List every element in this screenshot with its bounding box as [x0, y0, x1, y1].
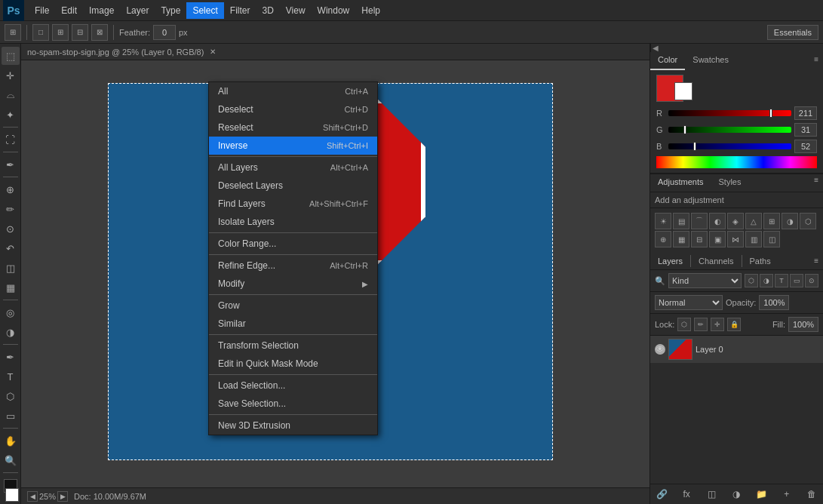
menu-item-modify[interactable]: Modify ▶ [209, 275, 377, 293]
g-value[interactable]: 31 [794, 123, 817, 137]
tab-paths[interactable]: Paths [742, 254, 778, 269]
link-layers-btn[interactable]: 🔗 [655, 487, 668, 501]
lock-image-btn[interactable]: ✏ [694, 318, 708, 331]
r-slider-thumb[interactable] [769, 109, 772, 118]
blend-mode-select[interactable]: Normal [655, 295, 723, 310]
menu-item-transform-selection[interactable]: Transform Selection [209, 337, 377, 355]
opacity-input[interactable]: 100% [759, 295, 789, 310]
menu-layer[interactable]: Layer [120, 2, 155, 19]
filter-adj-icon[interactable]: ◑ [760, 274, 773, 287]
feather-input[interactable] [153, 25, 176, 40]
tool-pen[interactable]: ✒ [2, 348, 20, 366]
essentials-btn[interactable]: Essentials [767, 25, 818, 40]
menu-item-color-range[interactable]: Color Range... [209, 235, 377, 253]
adj-threshold[interactable]: ⋈ [727, 231, 744, 247]
tool-heal[interactable]: ⊕ [2, 180, 20, 198]
menu-item-refine-edge[interactable]: Refine Edge... Alt+Ctrl+R [209, 257, 377, 275]
menu-image[interactable]: Image [83, 2, 120, 19]
filter-shape-icon[interactable]: ▭ [790, 274, 803, 287]
g-slider-thumb[interactable] [683, 125, 686, 134]
tool-magic-wand[interactable]: ✦ [2, 106, 20, 124]
adj-colorbalance[interactable]: ⊞ [763, 213, 780, 229]
tool-marquee[interactable]: ⬚ [2, 47, 20, 65]
tool-dodge[interactable]: ◑ [2, 323, 20, 341]
adj-color-lookup[interactable]: ▦ [673, 231, 689, 247]
adj-gradient-map[interactable]: ▥ [745, 231, 762, 247]
tool-eraser[interactable]: ◫ [2, 259, 20, 277]
tool-path[interactable]: ⬡ [2, 387, 20, 405]
tool-stamp[interactable]: ⊙ [2, 220, 20, 238]
tool-move[interactable]: ✛ [2, 66, 20, 85]
b-slider-thumb[interactable] [693, 142, 696, 151]
adj-channel-mixer[interactable]: ⊕ [655, 231, 671, 247]
filter-kind-select[interactable]: Kind [668, 273, 742, 288]
layers-panel-menu[interactable]: ≡ [809, 255, 823, 266]
color-spectrum[interactable] [656, 156, 817, 168]
menu-item-deselect[interactable]: Deselect Ctrl+D [209, 100, 377, 118]
lock-all-btn[interactable]: 🔒 [727, 318, 741, 331]
menu-window[interactable]: Window [312, 2, 356, 19]
menu-type[interactable]: Type [155, 2, 186, 19]
tool-shape[interactable]: ▭ [2, 407, 20, 425]
menu-item-inverse[interactable]: Inverse Shift+Ctrl+I [209, 137, 377, 155]
tool-gradient[interactable]: ▦ [2, 278, 20, 297]
adj-selective-color[interactable]: ◫ [763, 231, 780, 247]
menu-edit[interactable]: Edit [55, 2, 83, 19]
menu-item-save-selection[interactable]: Save Selection... [209, 395, 377, 413]
tool-type[interactable]: T [2, 367, 20, 386]
filter-smart-icon[interactable]: ⊙ [805, 274, 818, 287]
tab-swatches[interactable]: Swatches [685, 52, 736, 70]
menu-item-all-layers[interactable]: All Layers Alt+Ctrl+A [209, 158, 377, 177]
tool-lasso[interactable]: ⌓ [2, 86, 20, 104]
adj-levels[interactable]: ▤ [673, 213, 689, 229]
canvas-content[interactable]: M All Ctrl+A Deselect Ctrl+D Reselect S [21, 60, 649, 487]
r-value[interactable]: 211 [794, 106, 817, 120]
menu-item-find-layers[interactable]: Find Layers Alt+Shift+Ctrl+F [209, 195, 377, 213]
menu-item-all[interactable]: All Ctrl+A [209, 82, 377, 100]
adj-invert[interactable]: ⊟ [691, 231, 708, 247]
adj-panel-menu[interactable]: ≡ [809, 174, 823, 192]
zoom-out-btn[interactable]: ◀ [27, 491, 38, 502]
menu-item-isolate-layers[interactable]: Isolate Layers [209, 213, 377, 231]
adj-curves[interactable]: ⌒ [691, 213, 708, 229]
tab-color[interactable]: Color [650, 52, 685, 70]
tool-preset-btn[interactable]: ⊞ [5, 24, 21, 41]
intersect-sel-btn[interactable]: ⊠ [91, 24, 108, 41]
filter-type-icon[interactable]: T [775, 274, 788, 287]
tool-crop[interactable]: ⛶ [2, 131, 20, 149]
menu-help[interactable]: Help [355, 2, 386, 19]
menu-select[interactable]: Select [186, 2, 223, 19]
fill-input[interactable]: 100% [788, 317, 818, 332]
menu-item-new-3d[interactable]: New 3D Extrusion [209, 416, 377, 435]
menu-view[interactable]: View [280, 2, 312, 19]
b-value[interactable]: 52 [794, 140, 817, 153]
tab-adjustments[interactable]: Adjustments [650, 174, 711, 192]
adj-bw[interactable]: ◑ [782, 213, 798, 229]
lock-transparent-btn[interactable]: ⬡ [677, 318, 691, 331]
tool-eyedropper[interactable]: ✒ [2, 155, 20, 174]
background-color[interactable] [5, 488, 19, 502]
adj-hsl[interactable]: △ [745, 213, 762, 229]
sub-sel-btn[interactable]: ⊟ [72, 24, 88, 41]
tool-blur[interactable]: ◎ [2, 303, 20, 321]
menu-item-deselect-layers[interactable]: Deselect Layers [209, 177, 377, 195]
menu-item-reselect[interactable]: Reselect Shift+Ctrl+D [209, 118, 377, 137]
panel-collapse-btn[interactable]: ◀ [650, 44, 659, 52]
lock-position-btn[interactable]: ✛ [711, 318, 724, 331]
adj-photo[interactable]: ⬡ [800, 213, 816, 229]
background-swatch[interactable] [674, 82, 692, 100]
tab-channels[interactable]: Channels [691, 254, 741, 269]
tab-styles[interactable]: Styles [711, 174, 749, 192]
layer-row[interactable]: 👁 Layer 0 [650, 336, 823, 363]
new-group-btn[interactable]: 📁 [755, 487, 769, 501]
menu-item-quick-mask[interactable]: Edit in Quick Mask Mode [209, 355, 377, 373]
menu-item-similar[interactable]: Similar [209, 315, 377, 333]
adj-vibrance[interactable]: ◈ [727, 213, 744, 229]
new-sel-btn[interactable]: □ [32, 24, 49, 41]
zoom-in-btn[interactable]: ▶ [57, 491, 68, 502]
new-fill-adj-btn[interactable]: ◑ [729, 487, 743, 501]
add-mask-btn[interactable]: ◫ [705, 487, 718, 501]
tool-hand[interactable]: ✋ [2, 432, 20, 450]
adj-exposure[interactable]: ◐ [709, 213, 726, 229]
layer-visibility-toggle[interactable]: 👁 [655, 344, 665, 355]
